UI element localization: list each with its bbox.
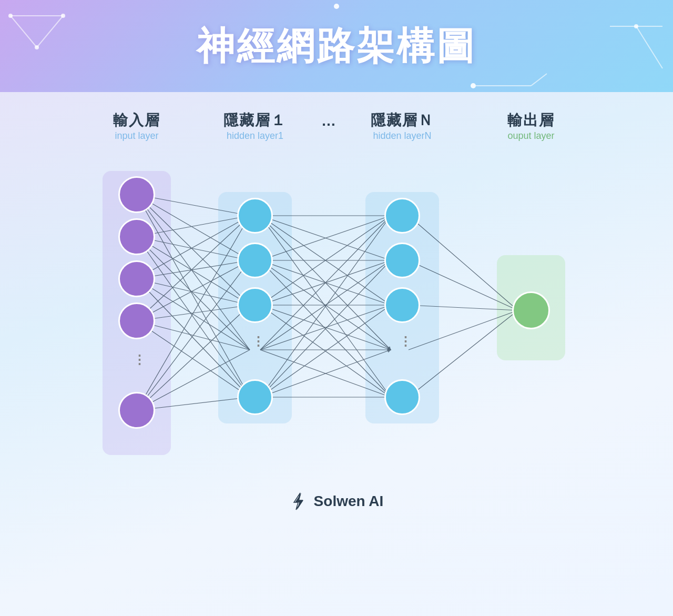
input-neuron-4 [118,302,155,339]
brand-logo: Solwen AI [290,492,384,511]
svg-point-4 [61,14,65,18]
input-neuron-2 [118,218,155,255]
brand-name: Solwen AI [314,493,384,510]
hn-neuron-1 [384,198,420,234]
svg-line-1 [11,16,37,47]
hn-neuron-2 [384,243,420,278]
hn-neuron-4 [384,379,420,415]
input-neuron-5 [118,392,155,429]
hidden1-layer-en: hidden layer1 [218,130,292,142]
h1-dots: ⋮ [252,334,264,349]
input-neuron-1 [118,176,155,213]
hiddenN-layer-en: hidden layerN [365,130,439,142]
hiddenN-layer-label: 隱藏層Ｎ hidden layerN [365,110,439,142]
output-layer-cn: 輸出層 [497,110,565,130]
hn-dots: ⋮ [399,334,412,349]
output-neuron [512,291,550,329]
main-container: 神經網路架構圖 輸入層 input layer 隱藏層１ hidden laye… [0,0,673,616]
page-title: 神經網路架構圖 [197,21,476,72]
layers-dots-mid: … [313,110,344,129]
input-layer-en: input layer [103,130,171,142]
svg-line-7 [636,26,662,68]
input-neuron-3 [118,260,155,297]
footer: Solwen AI [290,492,384,511]
svg-point-10 [471,83,476,88]
nn-diagram: ⋮ ⋮ ⋮ [87,160,586,476]
svg-line-2 [37,16,63,47]
labels-row: 輸入層 input layer 隱藏層１ hidden layer1 … 隱藏層… [87,110,586,150]
hiddenN-layer-cn: 隱藏層Ｎ [365,110,439,130]
input-layer-label: 輸入層 input layer [103,110,171,142]
output-layer-label: 輸出層 ouput layer [497,110,565,142]
input-layer-cn: 輸入層 [103,110,171,130]
svg-point-5 [35,45,39,49]
input-dots: ⋮ [133,352,146,367]
output-layer-en: ouput layer [497,130,565,142]
solwen-icon [290,492,309,511]
svg-point-8 [634,24,638,28]
h1-neuron-3 [237,287,273,323]
svg-point-9 [334,4,339,9]
svg-line-12 [531,74,547,86]
svg-point-3 [8,14,13,18]
h1-neuron-2 [237,243,273,278]
h1-neuron-1 [237,198,273,234]
header: 神經網路架構圖 [0,0,673,92]
hidden1-layer-cn: 隱藏層１ [218,110,292,130]
hn-neuron-3 [384,287,420,323]
hidden1-layer-label: 隱藏層１ hidden layer1 [218,110,292,142]
h1-neuron-4 [237,379,273,415]
